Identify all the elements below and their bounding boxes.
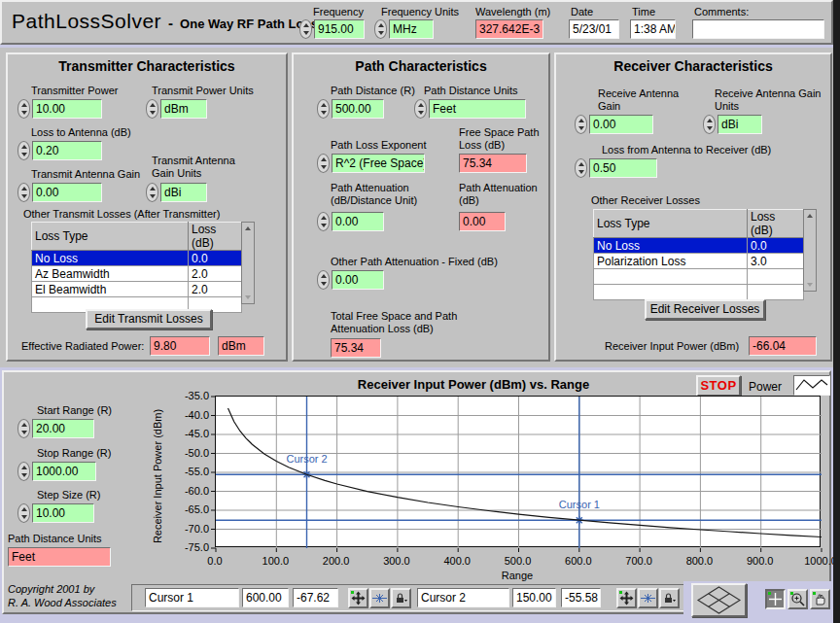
cursor2-move-button[interactable] [616,588,637,608]
transmit-antenna-gain-spinner[interactable] [18,183,30,202]
cursor1-move-button[interactable] [348,588,368,608]
loss-type-cell[interactable]: No Loss [32,251,189,266]
transmit-losses-table[interactable]: Loss Type Loss (dB) No Loss0.0 Az Beamwi… [31,222,242,313]
stop-range-spinner[interactable] [18,462,30,481]
table-row[interactable]: Az Beamwidth2.0 [32,266,242,282]
loss-value-cell[interactable]: 2.0 [189,266,242,282]
edit-transmit-losses-button[interactable]: Edit Transmit Losses [86,309,212,329]
loss-type-cell[interactable]: El Beamwidth [32,282,189,297]
total-loss-label: Total Free Space and Path Attenuation Lo… [331,310,491,335]
path-distance-spinner[interactable] [317,99,330,119]
scroll-down-icon[interactable] [807,283,813,287]
spin-up-icon[interactable] [303,23,309,27]
cursor1-y-field[interactable]: -67.62 [293,588,338,607]
loss-to-antenna-spinner[interactable] [18,141,30,160]
loss-type-cell[interactable]: Az Beamwidth [32,266,189,282]
path-atten-per-unit-spinner[interactable] [317,212,330,231]
cursor2-x-field[interactable]: 150.00 [512,588,556,607]
path-distance-input[interactable]: 500.00 [332,99,384,119]
cursor1-snap-button[interactable] [369,588,390,608]
transmitter-power-spinner[interactable] [18,99,30,119]
table-scrollbar[interactable] [241,222,255,304]
path-loss-exponent-input[interactable]: R^2 (Free Space) [332,154,425,173]
transmit-antenna-gain-units-spinner[interactable] [146,183,158,202]
start-range-spinner[interactable] [18,419,30,438]
table-row[interactable]: No Loss0.0 [594,238,804,254]
zoom-tool-button[interactable] [788,589,808,609]
transmit-antenna-gain-input[interactable]: 0.00 [32,183,102,202]
loss-antenna-to-receiver-spinner[interactable] [575,158,587,178]
free-space-path-loss-label: Free Space Path Loss (dB) [459,126,548,152]
pan-tool-button[interactable] [810,589,830,609]
spin-down-icon[interactable] [303,31,309,35]
cursor-label[interactable]: Cursor 2 [286,453,327,465]
table-row[interactable]: El Beamwidth2.0 [32,282,242,297]
scroll-up-icon[interactable] [807,214,813,218]
cursor2-y-field[interactable]: -55.58 [561,588,601,607]
start-range-input[interactable]: 20.00 [32,419,94,438]
transmit-antenna-gain-units-input[interactable]: dBi [160,183,207,202]
receive-antenna-gain-units-input[interactable]: dBi [718,115,762,134]
cursor2-name-field[interactable]: Cursor 2 [417,588,509,607]
loss-value-cell[interactable]: 2.0 [189,282,242,297]
wavelength-indicator: 327.642E-3 [475,19,543,39]
loss-antenna-to-receiver-input[interactable]: 0.50 [589,158,657,178]
path-atten-per-unit-input[interactable]: 0.00 [332,212,384,231]
frequency-units-input[interactable]: MHz [389,19,434,39]
cursor-label[interactable]: Cursor 1 [559,499,600,510]
loss-value-cell[interactable]: 0.0 [189,251,242,266]
x-tick-label: 500.0 [497,555,540,567]
cursor2-snap-button[interactable] [638,588,658,608]
path-distance-units-input[interactable]: Feet [429,99,526,119]
spin-up-icon[interactable] [378,23,384,27]
loss-type-cell[interactable] [594,269,748,285]
other-path-atten-spinner[interactable] [317,270,330,290]
receive-antenna-gain-input[interactable]: 0.00 [589,115,653,134]
loss-value-cell[interactable] [748,285,804,300]
spin-down-icon[interactable] [378,31,384,35]
frequency-units-spinner[interactable] [374,19,387,39]
loss-value-cell[interactable]: 3.0 [748,254,804,269]
other-path-atten-input[interactable]: 0.00 [332,270,384,290]
frequency-input[interactable]: 915.00 [314,19,365,39]
edit-receiver-losses-button[interactable]: Edit Receiver Losses [645,299,765,320]
loss-value-cell[interactable] [748,269,804,285]
loss-type-cell[interactable] [594,285,748,300]
cursor2-lock-button[interactable] [659,588,680,608]
transmitter-power-input[interactable]: 10.00 [32,99,102,119]
cursor1-name-field[interactable]: Cursor 1 [145,588,239,607]
table-scrollbar[interactable] [803,209,817,292]
transmit-power-units-input[interactable]: dBm [160,99,207,119]
path-distance-units-spinner[interactable] [414,99,427,119]
stop-button[interactable]: STOP [696,375,741,397]
loss-to-antenna-input[interactable]: 0.20 [32,141,102,160]
frequency-spinner[interactable] [299,19,312,39]
receiver-losses-table[interactable]: Loss Type Loss (dB) No Loss0.0 Polarizat… [593,209,804,300]
date-field[interactable]: 5/23/01 [569,19,619,39]
transmit-power-units-spinner[interactable] [146,99,158,119]
receive-antenna-gain-units-spinner[interactable] [703,115,716,134]
plot-legend-swatch[interactable] [793,375,830,396]
cursor-tool-button[interactable] [765,589,786,609]
comments-input[interactable] [692,19,824,39]
loss-value-cell[interactable]: 0.0 [748,238,804,254]
scroll-up-icon[interactable] [245,226,251,230]
time-field[interactable]: 1:38 AM [630,19,676,39]
step-size-spinner[interactable] [18,503,30,523]
plot-area[interactable] [215,396,821,547]
table-row[interactable]: Polarization Loss3.0 [594,254,804,269]
receive-antenna-gain-spinner[interactable] [575,115,587,134]
graph-autoscale-nav-button[interactable] [691,583,747,617]
scroll-down-icon[interactable] [245,295,251,299]
stop-range-input[interactable]: 1000.00 [32,462,96,481]
table-row[interactable] [594,269,804,285]
loss-type-cell[interactable]: Polarization Loss [594,254,748,269]
path-loss-exponent-spinner[interactable] [317,154,330,173]
cursor1-lock-button[interactable] [391,588,411,608]
active-dot-icon [619,591,622,594]
loss-type-cell[interactable]: No Loss [594,238,748,254]
cursor1-x-field[interactable]: 600.00 [242,588,289,607]
table-row[interactable] [594,285,804,300]
table-row[interactable]: No Loss0.0 [32,251,242,266]
step-size-input[interactable]: 10.00 [32,503,94,523]
